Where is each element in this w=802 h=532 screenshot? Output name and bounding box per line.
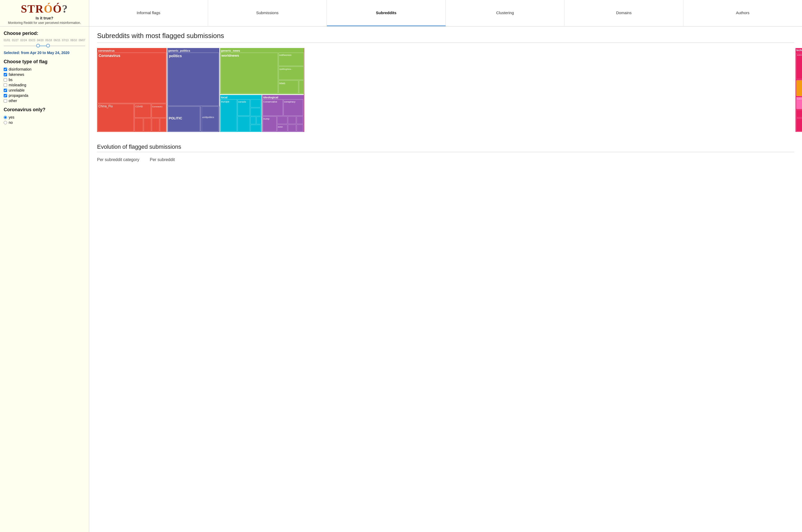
bg-technology [304,48,304,132]
sr-worldnews[interactable] [221,53,278,93]
lbl-Coronavirus: Coronavirus [99,54,120,58]
logo-desc: Monitoring Reddit for user perceived mis… [8,21,81,25]
sr-local-s2[interactable] [251,108,261,116]
logo-area: STRÓÓ? Is it true? Monitoring Reddit for… [0,0,89,26]
slider-thumb-end[interactable] [46,44,50,48]
flag-type-title: Choose type of flag [4,59,85,64]
sr-cv-s4[interactable] [160,118,166,131]
evolution-section: Evolution of flagged submissions Per sub… [97,144,794,162]
lbl-conspiracy: conspiracy [284,100,296,103]
subreddit-business-economics[interactable]: business_economics [796,97,802,109]
treemap-title: Subreddits with most flagged submissions [97,32,794,40]
lbl-Conservative: Conservative [263,100,277,103]
lbl-ideological-cat: ideological [263,96,278,99]
lbl-local-cat: local [221,96,227,99]
period-slider[interactable]: 01/01 01/27 02/24 03/23 04/20 05/18 06/1… [4,39,85,49]
selected-period: Selected: from Apr 20 to May 24, 2020 [4,51,85,55]
technology-col[interactable]: technology science_health business_econo… [796,48,802,132]
subreddit-tech-s3[interactable] [796,118,802,131]
lbl-europe: europe [221,100,230,103]
period-title: Choose period: [4,31,85,36]
lbl-politics: politics [169,54,182,58]
logo-subtitle: Is it true? [36,16,54,20]
sidebar: Choose period: 01/01 01/27 02/24 03/23 0… [0,26,89,532]
lbl-Coronavirus2: Coronaviru [152,106,163,108]
coronavirus-section: Coronavirus only? yes no [4,107,85,125]
lbl-canada: canada [238,100,246,103]
subreddit-tech-s1[interactable] [796,110,802,117]
lbl-generic-politics-cat: generic_politics [168,49,190,52]
slider-labels: 01/01 01/27 02/24 03/23 04/20 05/18 06/1… [4,39,85,42]
top-nav: STRÓÓ? Is it true? Monitoring Reddit for… [0,0,802,26]
per-category-label: Per subreddit category [97,157,139,162]
evolution-title: Evolution of flagged submissions [97,144,794,150]
slider-thumb-start[interactable] [36,44,40,48]
sr-ideo-s2[interactable] [288,116,296,124]
lbl-POLITIC: POLITIC [169,116,182,120]
lbl-upliftingnews: UpliftingNew... [279,68,292,70]
slider-track[interactable] [4,43,85,49]
sr-ideo-s5[interactable] [288,125,296,131]
main-layout: Choose period: 01/01 01/27 02/24 03/23 0… [0,26,802,532]
tab-informal-flags[interactable]: Informal flags [89,0,208,26]
flag-fakenews[interactable]: fakenews [4,72,85,77]
tab-submissions[interactable]: Submissions [208,0,327,26]
sr-news-tiny[interactable] [299,80,304,93]
logo: STRÓÓ? [21,3,68,15]
lbl-nottheonion: nottheonion [279,54,291,56]
flag-misleading[interactable]: misleading [4,83,85,87]
subreddit-science-health[interactable]: science_health [796,53,802,79]
lbl-generic-news-cat: generic_news [221,49,240,52]
sr-politics[interactable] [168,53,219,106]
coronavirus-title: Coronavirus only? [4,107,85,113]
sr-local-s5[interactable] [256,117,261,124]
sr-ideo-s6[interactable] [297,125,303,131]
flag-other[interactable]: other [4,99,85,103]
flag-propaganda[interactable]: propaganda [4,93,85,98]
nav-tabs: Informal flags Submissions Subreddits Cl… [89,0,802,26]
tab-clustering[interactable]: Clustering [446,0,565,26]
tab-subreddits[interactable]: Subreddits [327,0,446,26]
per-subreddit-label: Per subreddit [150,157,175,162]
sr-pol-tiny[interactable] [201,106,202,131]
lbl-trump: trump [263,117,269,120]
subreddit-tech-orange[interactable] [796,80,802,96]
lbl-worldnews: worldnews [221,54,239,57]
lbl-coronavirus-cat: coronavirus [98,49,115,52]
sr-local-s3[interactable] [238,116,250,132]
flag-type-section: Choose type of flag disinformation faken… [4,59,85,103]
sr-cv-s2[interactable] [144,118,151,131]
lbl-asean: asean [278,126,283,128]
sr-worldpolitics[interactable] [201,107,218,131]
lbl-China-Flu: China_Flu [98,104,113,108]
flag-unreliable[interactable]: unreliable [4,88,85,92]
lbl-worldpolitics: worldpolitics [201,116,214,118]
sr-cv-s3[interactable] [152,118,159,131]
flag-disinformation[interactable]: disinformation [4,67,85,71]
sr-europe[interactable] [221,99,237,131]
sr-ideo-s1[interactable] [277,116,287,124]
sr-cv-s1[interactable] [135,118,143,131]
sr-local-s1[interactable] [251,99,261,107]
evolution-row: Per subreddit category Per subreddit [97,157,794,162]
flag-bs[interactable]: bs [4,78,85,82]
sr-Coronavirus[interactable] [98,53,166,103]
cat-label-tech: technology [796,49,802,52]
tab-authors[interactable]: Authors [683,0,802,26]
sr-local-s6[interactable] [251,125,261,132]
sr-local-s4[interactable] [251,117,256,124]
sr-ideo-s3[interactable] [297,116,303,124]
sr-ideo-s4[interactable] [277,125,287,131]
coronavirus-yes[interactable]: yes [4,115,85,119]
tab-domains[interactable]: Domains [565,0,683,26]
lbl-COVID: COVID [135,105,143,108]
coronavirus-no[interactable]: no [4,120,85,125]
divider-1 [97,42,794,43]
treemap-full: coronavirus Coronavirus China_Flu COVID … [97,48,794,133]
treemap-svg: coronavirus Coronavirus China_Flu COVID … [97,48,304,132]
lbl-news: news [279,82,285,85]
content-area: Subreddits with most flagged submissions… [89,26,802,532]
